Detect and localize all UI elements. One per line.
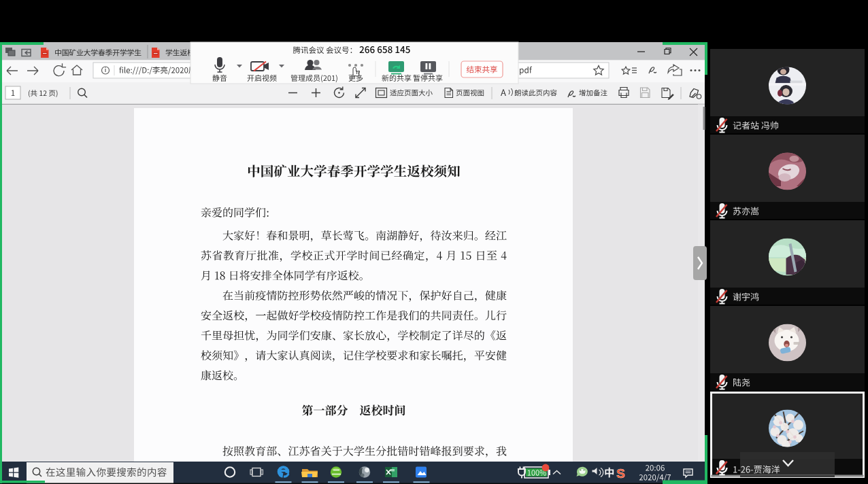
svg-text:S: S	[616, 466, 625, 481]
